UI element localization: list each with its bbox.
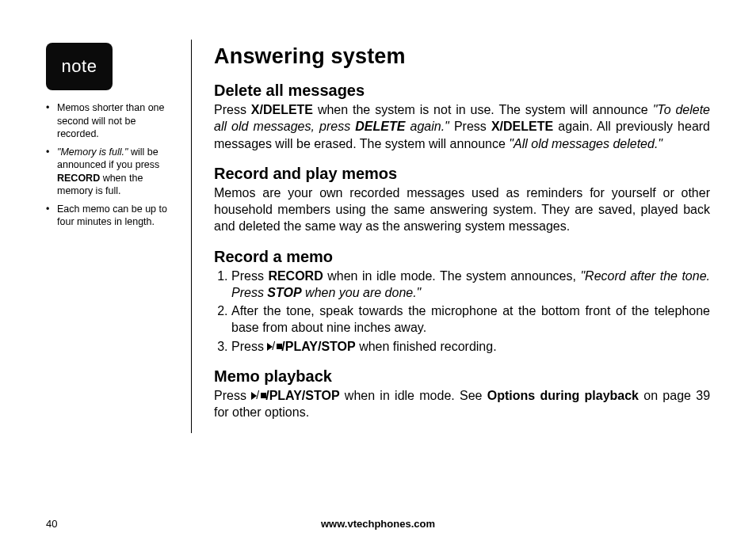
section-heading-record-play: Record and play memos [214,165,710,183]
footer-url: www.vtechphones.com [321,518,435,530]
note-badge: note [46,43,113,90]
manual-page: note Memos shorter than one second will … [0,0,756,540]
step-item: Press //PLAY/STOP when finished recordin… [231,338,710,355]
page-title: Answering system [214,44,710,69]
note-item: Memos shorter than one second will not b… [46,101,177,141]
step-item: After the tone, speak towards the microp… [231,302,710,337]
section-heading-delete-all: Delete all messages [214,82,710,100]
step-item: Press RECORD when in idle mode. The syst… [231,268,710,302]
record-memo-steps: Press RECORD when in idle mode. The syst… [214,268,710,355]
play-stop-icon: / [251,392,265,400]
note-list: Memos shorter than one second will not b… [46,101,177,229]
column-divider [191,40,192,433]
section-heading-memo-playback: Memo playback [214,367,710,386]
sidebar-notes: note Memos shorter than one second will … [46,36,177,433]
section-body-delete-all: Press X/DELETE when the system is not in… [214,101,710,152]
note-item: Each memo can be up to four minutes in l… [46,203,177,229]
section-heading-record-memo: Record a memo [214,248,710,266]
note-item: "Memory is full." will be announced if y… [46,146,177,198]
play-stop-icon: / [267,343,281,351]
page-number: 40 [46,518,57,530]
main-content: Answering system Delete all messages Pre… [214,36,710,433]
section-body-record-play: Memos are your own recorded messages use… [214,184,710,235]
section-body-memo-playback: Press //PLAY/STOP when in idle mode. See… [214,387,710,421]
two-column-layout: note Memos shorter than one second will … [46,36,710,433]
